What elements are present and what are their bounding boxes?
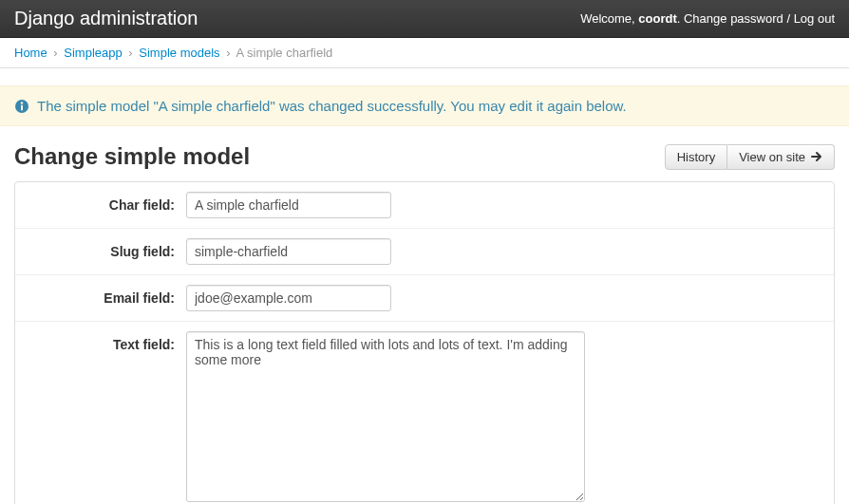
slug-field-label: Slug field: bbox=[15, 238, 186, 265]
object-tools: History View on site bbox=[665, 144, 835, 170]
breadcrumb-model[interactable]: Simple models bbox=[139, 46, 219, 60]
svg-rect-2 bbox=[21, 104, 23, 110]
svg-point-1 bbox=[21, 102, 23, 103]
success-message: The simple model "A simple charfield" wa… bbox=[0, 85, 849, 126]
text-field-textarea[interactable] bbox=[186, 331, 585, 502]
breadcrumb-separator: › bbox=[128, 46, 132, 60]
char-field-input[interactable] bbox=[186, 192, 391, 218]
page-title: Change simple model bbox=[14, 143, 250, 170]
breadcrumb-current: A simple charfield bbox=[236, 46, 332, 60]
history-button[interactable]: History bbox=[665, 144, 727, 170]
username: coordt bbox=[638, 11, 676, 26]
breadcrumb-separator: › bbox=[53, 46, 57, 60]
content: Change simple model History View on site… bbox=[0, 126, 849, 504]
content-header: Change simple model History View on site bbox=[14, 143, 835, 170]
breadcrumb-home[interactable]: Home bbox=[14, 46, 47, 60]
logout-link[interactable]: Log out bbox=[794, 11, 835, 26]
form-row-slug-field: Slug field: bbox=[15, 229, 834, 275]
change-form: Char field: Slug field: Email field: Tex… bbox=[14, 181, 835, 504]
info-icon bbox=[14, 99, 29, 114]
change-password-link[interactable]: Change password bbox=[684, 11, 783, 26]
welcome-text: Welcome, bbox=[580, 11, 638, 26]
breadcrumb-separator: › bbox=[226, 46, 230, 60]
view-on-site-button[interactable]: View on site bbox=[727, 144, 835, 170]
view-on-site-label: View on site bbox=[739, 150, 805, 164]
breadcrumb: Home › Simpleapp › Simple models › A sim… bbox=[0, 38, 849, 68]
form-row-email-field: Email field: bbox=[15, 275, 834, 322]
site-title: Django administration bbox=[14, 8, 198, 29]
message-text: The simple model "A simple charfield" wa… bbox=[37, 98, 627, 114]
user-tools: Welcome, coordt. Change password / Log o… bbox=[580, 11, 835, 26]
form-row-char-field: Char field: bbox=[15, 182, 834, 229]
text-field-label: Text field: bbox=[15, 331, 186, 504]
admin-header: Django administration Welcome, coordt. C… bbox=[0, 0, 849, 38]
char-field-label: Char field: bbox=[15, 192, 186, 218]
form-row-text-field: Text field: bbox=[15, 322, 834, 504]
arrow-right-icon bbox=[811, 151, 822, 162]
email-field-label: Email field: bbox=[15, 285, 186, 311]
slug-field-input[interactable] bbox=[186, 238, 391, 265]
breadcrumb-app[interactable]: Simpleapp bbox=[64, 46, 122, 60]
email-field-input[interactable] bbox=[186, 285, 391, 311]
